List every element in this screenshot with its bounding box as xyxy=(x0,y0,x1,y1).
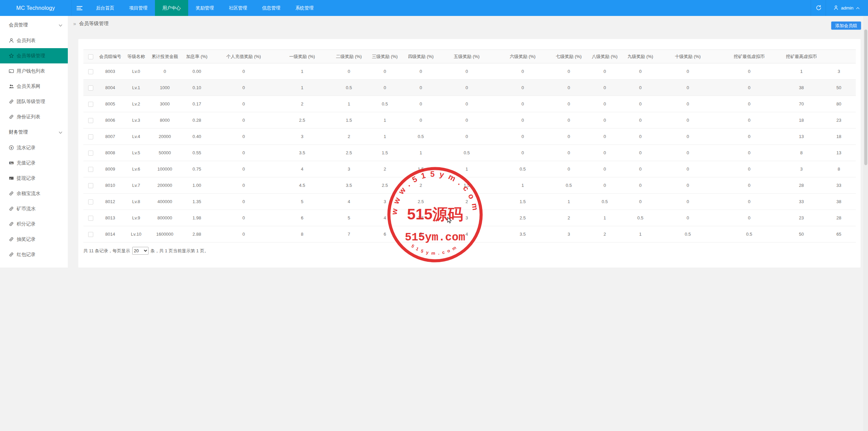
table-cell: 3 xyxy=(273,129,331,145)
sidebar-item-会员等级管理[interactable]: 会员等级管理 xyxy=(0,48,68,63)
table-cell: 38 xyxy=(822,194,856,210)
table-cell: 1 xyxy=(331,96,367,112)
nav-item-社区管理[interactable]: 社区管理 xyxy=(221,0,255,16)
sidebar-item-充值记录[interactable]: Pay充值记录 xyxy=(0,155,68,171)
table-cell: 6 xyxy=(367,226,403,242)
sidebar-section-会员管理[interactable]: 会员管理 xyxy=(0,16,68,33)
row-checkbox[interactable] xyxy=(88,232,93,237)
table-cell: 38 xyxy=(781,80,822,96)
sidebar-item-用户钱包列表[interactable]: 用户钱包列表 xyxy=(0,63,68,79)
nav-item-奖励管理[interactable]: 奖励管理 xyxy=(188,0,221,16)
sidebar-section-财务管理[interactable]: 财务管理 xyxy=(0,124,68,140)
row-checkbox[interactable] xyxy=(88,118,93,123)
table-cell: 8012 xyxy=(98,194,122,210)
user-icon xyxy=(833,5,839,11)
sidebar-item-label: 抽奖记录 xyxy=(17,236,36,242)
table-cell: 0.55 xyxy=(180,145,214,161)
table-row: 8008Lv.5500000.5503.52.51.510.5000000813… xyxy=(83,145,856,161)
sidebar-item-团队等级管理[interactable]: 团队等级管理 xyxy=(0,94,68,109)
sidebar-item-提现记录[interactable]: 提现记录 xyxy=(0,171,68,186)
sidebar-item-会员列表[interactable]: 会员列表 xyxy=(0,33,68,48)
table-cell: 4 xyxy=(367,210,403,226)
sidebar-section-label: 财务管理 xyxy=(9,129,59,135)
row-checkbox[interactable] xyxy=(88,85,93,91)
table-cell: 3 xyxy=(781,161,822,177)
table-cell: 200000 xyxy=(150,177,180,194)
user-menu[interactable]: admin xyxy=(826,0,868,16)
table-cell: 1.5 xyxy=(439,177,495,194)
chevron-down-icon xyxy=(59,22,62,28)
pagination: 共 11 条记录，每页显示 20 条，共 1 页当前显示第 1 页。 xyxy=(83,247,855,255)
table-cell: 0 xyxy=(587,161,623,177)
page-title: 会员等级管理 xyxy=(79,20,108,27)
table-cell: 0 xyxy=(439,63,495,80)
nav-item-项目管理[interactable]: 项目管理 xyxy=(122,0,155,16)
chevron-up-icon xyxy=(856,5,860,11)
page-size-select[interactable]: 20 xyxy=(132,247,149,255)
table-cell: 0 xyxy=(658,161,717,177)
table-cell: Lv.9 xyxy=(122,210,150,226)
scrollbar-thumb[interactable] xyxy=(864,30,867,165)
row-checkbox[interactable] xyxy=(88,69,93,74)
sidebar-item-红包记录[interactable]: 红包记录 xyxy=(0,247,68,262)
table-cell: 8010 xyxy=(98,177,122,194)
table-cell: 8 xyxy=(273,226,331,242)
table-cell: 0 xyxy=(214,226,273,242)
sidebar-item-矿币流水[interactable]: 矿币流水 xyxy=(0,201,68,216)
sidebar-item-流水记录[interactable]: ¥流水记录 xyxy=(0,140,68,155)
sidebar-toggle-button[interactable] xyxy=(72,0,87,16)
table-cell: 0.17 xyxy=(180,96,214,112)
row-checkbox[interactable] xyxy=(88,167,93,172)
table-cell: 1000 xyxy=(150,80,180,96)
row-checkbox[interactable] xyxy=(88,102,93,107)
sidebar-item-余额宝流水[interactable]: 余额宝流水 xyxy=(0,186,68,201)
row-checkbox[interactable] xyxy=(88,199,93,204)
table-row: 8013Lv.98000001.9806543.532.5210.5002328… xyxy=(83,210,856,226)
sidebar-item-积分记录[interactable]: 积分记录 xyxy=(0,216,68,232)
table-cell: 0 xyxy=(658,194,717,210)
table-cell: 0.10 xyxy=(180,80,214,96)
row-checkbox[interactable] xyxy=(88,216,93,221)
table-cell: 4 xyxy=(439,226,495,242)
add-member-group-button[interactable]: 添加会员组 xyxy=(831,21,861,30)
nav-item-信息管理[interactable]: 信息管理 xyxy=(255,0,288,16)
table-cell: 4 xyxy=(273,161,331,177)
table-cell: 28 xyxy=(781,177,822,194)
sidebar-item-抽奖记录[interactable]: 抽奖记录 xyxy=(0,232,68,247)
table-cell: 1 xyxy=(367,129,403,145)
select-all-checkbox[interactable] xyxy=(88,54,93,59)
sidebar-item-label: 会员关系网 xyxy=(17,83,40,90)
yen-icon: ¥ xyxy=(9,145,14,150)
nav-item-后台首页[interactable]: 后台首页 xyxy=(88,0,122,16)
row-checkbox[interactable] xyxy=(88,183,93,188)
link-icon xyxy=(9,252,14,257)
table-cell: 8013 xyxy=(98,210,122,226)
nav-item-用户中心[interactable]: 用户中心 xyxy=(155,0,188,16)
table-cell: 0 xyxy=(214,96,273,112)
row-checkbox[interactable] xyxy=(88,134,93,139)
table-cell: 0 xyxy=(367,80,403,96)
table-cell: 0 xyxy=(587,145,623,161)
column-header: 四级奖励 (%) xyxy=(403,50,439,63)
table-cell: 8003 xyxy=(98,63,122,80)
table-row: 8003Lv.000.0001000000000013编 辑 xyxy=(83,63,856,80)
table-cell: 5 xyxy=(403,226,439,242)
sidebar-item-会员关系网[interactable]: 会员关系网 xyxy=(0,79,68,94)
table-cell: 2 xyxy=(403,177,439,194)
sidebar-item-身份证列表[interactable]: 身份证列表 xyxy=(0,109,68,124)
table-cell: 1.00 xyxy=(180,177,214,194)
table-cell: 0.5 xyxy=(495,161,551,177)
table-cell: 3 xyxy=(331,161,367,177)
table-cell: 7 xyxy=(331,226,367,242)
star-icon xyxy=(9,53,14,58)
paypal-icon: Pay xyxy=(9,160,14,165)
refresh-button[interactable] xyxy=(811,0,826,16)
table-cell: 0 xyxy=(495,63,551,80)
table-cell: 0 xyxy=(403,80,439,96)
nav-item-系统管理[interactable]: 系统管理 xyxy=(288,0,321,16)
table-cell: 0 xyxy=(439,129,495,145)
table-cell: 0 xyxy=(439,112,495,129)
table-cell: 80 xyxy=(822,96,856,112)
member-level-table: 会员组编号等级名称累计投资金额加息率 (%)个人充值奖励 (%)一级奖励 (%)… xyxy=(83,50,856,242)
row-checkbox[interactable] xyxy=(88,151,93,156)
